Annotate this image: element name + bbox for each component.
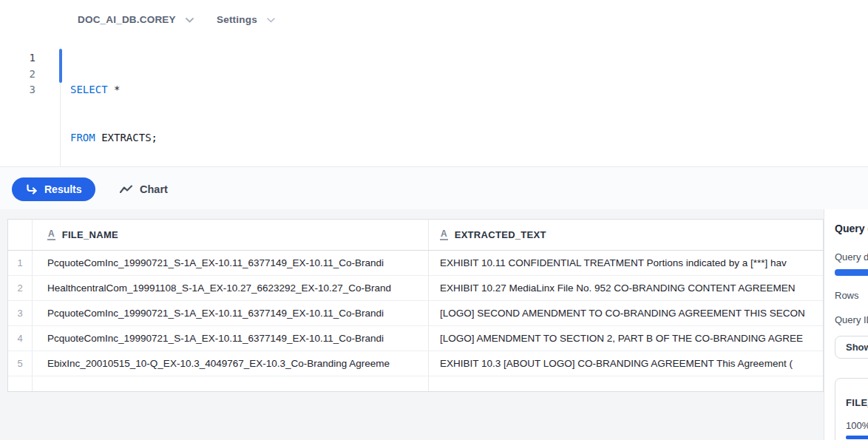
column-header-label: EXTRACTED_TEXT (455, 229, 546, 240)
show-more-button[interactable]: Show more (835, 336, 868, 359)
sql-editor-section: DOC_AI_DB.COREY Settings 1 2 3 SELECT * … (0, 0, 868, 167)
code-line: FROM EXTRACTS; (70, 130, 868, 146)
results-tab-button[interactable]: Results (12, 177, 95, 201)
file-name-cell: PcquoteComInc_19990721_S-1A_EX-10.11_637… (47, 308, 384, 319)
column-header-extracted-text[interactable]: A EXTRACTED_TEXT (429, 220, 823, 250)
extracted-text-cell: [LOGO] SECOND AMENDMENT TO CO-BRANDING A… (440, 308, 805, 319)
text-type-icon: A (440, 229, 448, 240)
column-stats-card[interactable]: FILE_NAME 100% filled (835, 378, 868, 440)
table-row[interactable]: 4 PcquoteComInc_19990721_S-1A_EX-10.11_6… (8, 326, 823, 351)
chevron-down-icon (185, 17, 194, 24)
text-type-icon: A (47, 229, 55, 240)
settings-label: Settings (217, 14, 257, 25)
editor-line-numbers: 1 2 3 (0, 50, 35, 98)
results-table: A FILE_NAME A EXTRACTED_TEXT 1 PcquoteCo… (7, 219, 824, 392)
row-number: 3 (8, 301, 33, 325)
table-row[interactable]: 2 HealthcentralCom_19991108_S-1A_EX-10.2… (8, 276, 823, 301)
file-name-cell: HealthcentralCom_19991108_S-1A_EX-10.27_… (47, 282, 391, 294)
sql-keyword: FROM (70, 132, 95, 143)
chart-tab-button[interactable]: Chart (113, 177, 174, 201)
query-duration-bar (835, 269, 868, 276)
extracted-text-cell: EXHIBIT 10.27 MediaLinx File No. 952 CO-… (440, 282, 795, 294)
chevron-down-icon (266, 17, 276, 24)
extracted-text-cell: EXHIBIT 10.11 CONFIDENTIAL TREATMENT Por… (440, 257, 787, 268)
rows-label: Rows (835, 290, 859, 301)
results-content-region: A FILE_NAME A EXTRACTED_TEXT 1 PcquoteCo… (0, 209, 868, 440)
line-number: 1 (0, 50, 35, 67)
code-line: SELECT * (70, 82, 868, 98)
stats-fill-percent: 100% filled (846, 420, 868, 431)
extracted-text-cell: [LOGO] AMENDMENT TO SECTION 2, PART B OF… (440, 333, 803, 344)
table-empty-row (8, 376, 823, 391)
query-duration-label: Query duration (835, 251, 868, 263)
sql-text: EXTRACTS; (95, 132, 157, 143)
return-arrow-icon (25, 184, 38, 195)
row-number: 1 (8, 251, 33, 275)
file-name-cell: EbixInc_20010515_10-Q_EX-10.3_4049767_EX… (47, 358, 390, 369)
line-chart-icon (119, 184, 133, 194)
row-number: 5 (8, 351, 33, 376)
table-row[interactable]: 1 PcquoteComInc_19990721_S-1A_EX-10.11_6… (8, 251, 823, 276)
stats-column-name: FILE_NAME (846, 397, 868, 408)
results-toolbar: Results Chart (0, 167, 868, 209)
extracted-text-cell: EXHIBIT 10.3 [ABOUT LOGO] CO-BRANDING AG… (440, 358, 793, 369)
table-header-row: A FILE_NAME A EXTRACTED_TEXT (8, 220, 823, 251)
row-number: 2 (8, 276, 33, 300)
sql-code-editor[interactable]: SELECT * FROM EXTRACTS; (70, 50, 868, 166)
context-selector-label: DOC_AI_DB.COREY (78, 14, 176, 25)
column-header-file-name[interactable]: A FILE_NAME (33, 220, 429, 250)
query-details-title: Query details (835, 223, 868, 234)
file-name-cell: PcquoteComInc_19990721_S-1A_EX-10.11_637… (47, 257, 384, 268)
results-tab-label: Results (44, 183, 82, 195)
table-row[interactable]: 3 PcquoteComInc_19990721_S-1A_EX-10.11_6… (8, 301, 823, 326)
sql-text: * (108, 84, 121, 95)
row-number: 4 (8, 326, 33, 351)
editor-selection-bar (59, 49, 62, 83)
chart-tab-label: Chart (140, 183, 168, 195)
file-name-cell: PcquoteComInc_19990721_S-1A_EX-10.11_637… (47, 333, 384, 344)
line-number: 2 (0, 67, 35, 83)
column-header-label: FILE_NAME (62, 229, 118, 240)
context-selector-dropdown[interactable]: DOC_AI_DB.COREY (78, 14, 194, 25)
query-id-label: Query ID (835, 314, 868, 325)
settings-dropdown[interactable]: Settings (217, 14, 276, 25)
line-number: 3 (0, 82, 35, 98)
stats-fill-bar (846, 436, 868, 439)
sql-keyword: SELECT (70, 84, 108, 95)
row-number-header-cell (8, 220, 33, 250)
table-row[interactable]: 5 EbixInc_20010515_10-Q_EX-10.3_4049767_… (8, 351, 823, 376)
query-details-panel: Query details Query duration Rows Query … (824, 209, 868, 440)
editor-toolbar: DOC_AI_DB.COREY Settings (0, 0, 868, 41)
